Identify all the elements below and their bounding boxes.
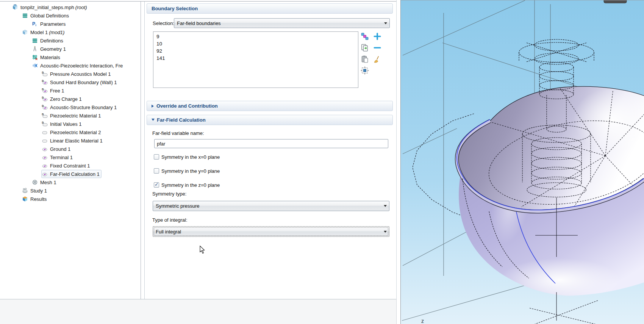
far-field-calculation-header[interactable]: Far-Field Calculation [147, 115, 393, 125]
checkbox-symmetry-in-the-x-0-plane[interactable] [154, 154, 159, 160]
svg-text:D: D [42, 80, 44, 82]
materials-icon [32, 54, 38, 60]
tree-item-far-field-calculation-1[interactable]: Far-Field Calculation 1 [0, 170, 141, 178]
tree-item-global-definitions[interactable]: Global Definitions [0, 11, 141, 20]
boundary-list-item[interactable]: 10 [153, 40, 358, 47]
boundary-d-icon: D [42, 96, 48, 102]
tree-item-geometry-1[interactable]: Geometry 1 [0, 45, 141, 53]
tree-item-label: Pressure Acoustics Model 1 [50, 71, 111, 77]
tree-item-label: Acoustic-Piezoelectric Interaction, Fre [40, 63, 123, 69]
model-builder-tree: tonpilz_initial_steps.mph(root)Global De… [0, 1, 141, 299]
tree-item-label: Zero Charge 1 [50, 96, 82, 102]
tree-item-linear-elastic-material-1[interactable]: Linear Elastic Material 1 [0, 136, 141, 145]
tree-item-mesh-1[interactable]: Mesh 1 [0, 178, 141, 186]
paste-selection-button[interactable] [361, 54, 370, 64]
graphics-scrollbar-thumb[interactable] [604, 0, 627, 3]
checkbox-label: Symmetry in the z=0 plane [161, 182, 220, 188]
svg-text:D: D [42, 113, 44, 116]
tree-item-sound-hard-boundary-wall-1[interactable]: DSound Hard Boundary (Wall) 1 [0, 78, 141, 86]
tree-item-zero-charge-1[interactable]: DZero Charge 1 [0, 95, 141, 103]
boundary-icon [42, 146, 48, 152]
svg-text:D: D [42, 88, 44, 91]
tree-item-results[interactable]: Results [0, 195, 141, 203]
panel-divider-left[interactable] [141, 1, 145, 299]
add-icon [373, 32, 383, 41]
boundary-d-icon: D [42, 88, 48, 94]
tree-item-terminal-1[interactable]: Terminal 1 [0, 153, 141, 161]
mesh-icon [32, 179, 38, 185]
symmetry-checkbox-row: Symmetry in the z=0 plane [154, 182, 220, 188]
svg-text:P: P [32, 21, 35, 27]
active-selection-icon [361, 32, 370, 41]
tree-item-label: Ground 1 [50, 146, 70, 152]
section-title: Override and Contribution [156, 103, 218, 109]
checkbox-symmetry-in-the-z-0-plane[interactable] [154, 182, 159, 188]
panel-divider-right[interactable] [396, 0, 400, 324]
type-of-integral-combo[interactable]: Full integral [153, 226, 389, 237]
clear-selection-button[interactable] [373, 54, 383, 64]
svg-text:D: D [42, 71, 44, 74]
tree-item-label: Model 1 [30, 30, 48, 35]
zoom-to-selection-button[interactable] [361, 66, 370, 75]
svg-text:D: D [42, 96, 44, 99]
override-contribution-header[interactable]: Override and Contribution [147, 101, 393, 111]
boundary-list-item[interactable]: 92 [153, 47, 358, 55]
farfield-variable-name-input[interactable] [154, 139, 388, 148]
checkbox-symmetry-in-the-y-0-plane[interactable] [154, 168, 159, 174]
tree-item-materials[interactable]: Materials [0, 53, 141, 61]
paste-icon [361, 55, 370, 63]
tree-item-label: Mesh 1 [40, 180, 56, 185]
chevron-down-icon [381, 227, 389, 236]
chevron-down-icon [381, 201, 389, 211]
active-selection-button[interactable] [361, 31, 370, 41]
tree-item-initial-values-1[interactable]: DInitial Values 1 [0, 120, 141, 128]
tree-item-label: Results [30, 196, 47, 202]
svg-text:i: i [36, 23, 36, 27]
symmetry-type-label: Symmetry type: [152, 191, 186, 197]
boundary-icon [42, 171, 48, 177]
geometry-icon [32, 46, 38, 52]
boundary-selection-list[interactable]: 91092141 [153, 31, 358, 88]
remove-button[interactable] [373, 43, 383, 53]
results-icon [22, 196, 28, 202]
type-of-integral-label: Type of integral: [152, 217, 188, 223]
tree-item-free-1[interactable]: DFree 1 [0, 86, 141, 95]
tree-item-ground-1[interactable]: Ground 1 [0, 145, 141, 153]
graphics-3d-scene[interactable]: z [401, 0, 644, 324]
z-axis-label: z [421, 318, 424, 324]
tree-item-pressure-acoustics-model-1[interactable]: DPressure Acoustics Model 1 [0, 70, 141, 78]
boundary-icon [42, 154, 48, 160]
tree-item-label: Piezoelectric Material 2 [50, 130, 101, 135]
tree-item-parameters[interactable]: PiParameters [0, 20, 141, 28]
tree-item-model-1[interactable]: Model 1(mod1) [0, 28, 141, 36]
model-root-icon [12, 4, 19, 10]
tree-item-study-1[interactable]: Study 1 [0, 186, 141, 195]
tree-item-definitions[interactable]: Definitions [0, 36, 141, 45]
tree-item-acoustic-piezoelectric-interaction-fre[interactable]: Acoustic-Piezoelectric Interaction, Fre [0, 61, 141, 70]
checkbox-label: Symmetry in the y=0 plane [161, 168, 220, 174]
tree-item-label: Sound Hard Boundary (Wall) 1 [50, 80, 117, 85]
copy-selection-button[interactable] [361, 43, 370, 53]
graphics-window[interactable]: z [400, 0, 644, 324]
boundary-list-item[interactable]: 141 [153, 55, 358, 62]
boundary-d-icon: D [42, 79, 48, 85]
tree-item-fixed-constraint-1[interactable]: Fixed Constraint 1 [0, 161, 141, 170]
add-button[interactable] [373, 31, 383, 41]
tree-item-label: Free 1 [50, 88, 64, 94]
tree-item-piezoelectric-material-2[interactable]: Piezoelectric Material 2 [0, 128, 141, 136]
tree-item-tonpilz-initial-steps-mph[interactable]: tonpilz_initial_steps.mph(root) [0, 3, 141, 11]
type-of-integral-value: Full integral [153, 229, 381, 235]
selection-combo[interactable]: Far-field boundaries [174, 18, 390, 28]
tree-item-acoustic-structure-boundary-1[interactable]: DAcoustic-Structure Boundary 1 [0, 103, 141, 111]
zoom-selection-icon [361, 66, 370, 75]
remove-icon [373, 44, 383, 52]
tree-item-label: Parameters [40, 21, 66, 27]
tree-item-piezoelectric-material-1[interactable]: DPiezoelectric Material 1 [0, 111, 141, 120]
selection-combo-value: Far-field boundaries [174, 20, 382, 26]
boundary-list-item[interactable]: 9 [153, 33, 358, 40]
symmetry-type-combo[interactable]: Symmetric pressure [153, 201, 389, 211]
symmetry-type-value: Symmetric pressure [153, 203, 381, 209]
status-strip [0, 299, 396, 324]
definitions-icon [32, 38, 38, 44]
tree-item-label: Far-Field Calculation 1 [50, 171, 100, 177]
